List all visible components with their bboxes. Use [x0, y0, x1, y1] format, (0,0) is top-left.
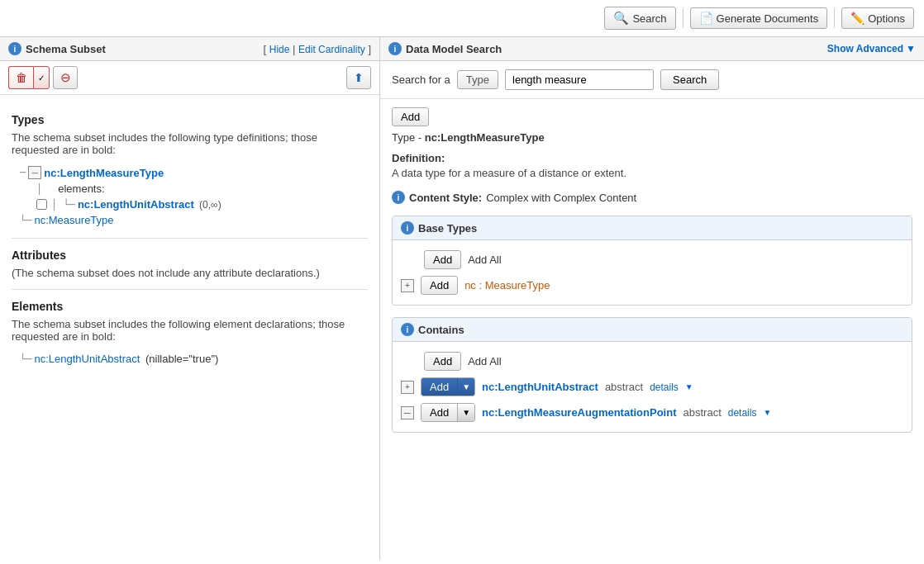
generate-label: Generate Documents: [717, 12, 819, 25]
contains-expand-1[interactable]: +: [401, 381, 414, 394]
definition-section: Definition: A data type for a measure of…: [392, 152, 912, 179]
left-panel-content: Types The schema subset includes the fol…: [0, 95, 379, 377]
content-style-row: i Content Style: Complex with Complex Co…: [392, 191, 912, 204]
search-toolbar-button[interactable]: 🔍 Search: [604, 7, 675, 30]
types-section-desc: The schema subset includes the following…: [12, 131, 368, 156]
tree-link-element-lengthunitabstract[interactable]: nc:LengthUnitAbstract: [34, 353, 140, 365]
search-execute-button[interactable]: Search: [660, 69, 719, 90]
search-for-label: Search for a: [392, 73, 450, 86]
tree-item-lengthmeasuretype: ─ ─ nc:LengthMeasureType: [20, 164, 368, 181]
base-types-expand-icon[interactable]: +: [401, 279, 414, 292]
remove-circle-icon: ⊖: [60, 70, 71, 85]
options-button[interactable]: ✏️ Options: [841, 7, 914, 29]
right-panel-header: i Data Model Search Show Advanced ▼: [380, 37, 924, 61]
base-types-add-btn[interactable]: Add: [424, 250, 461, 269]
result-type-label: Type - nc:LengthMeasureType: [392, 131, 912, 144]
search-bar: Search for a Type Search: [380, 61, 924, 99]
tree-connector-3: │ └─: [51, 199, 75, 211]
elements-section-desc: The schema subset includes the following…: [12, 318, 368, 343]
contains-box: i Contains Add Add All + Add: [392, 317, 912, 433]
generate-icon: 📄: [699, 12, 713, 25]
tree-connector-1: ─: [20, 167, 26, 178]
remove-check-button[interactable]: ✓: [33, 66, 50, 89]
schema-subset-label: Schema Subset: [26, 43, 106, 55]
contains-augmentation-link[interactable]: nc:LengthMeasureAugmentationPoint: [482, 406, 676, 419]
search-input[interactable]: [505, 69, 654, 90]
base-types-title: Base Types: [418, 222, 477, 235]
tree-link-lengthunitabstract[interactable]: nc:LengthUnitAbstract: [78, 198, 194, 211]
contains-add-all-btn[interactable]: Add: [424, 352, 461, 371]
contains-lengthunitabstract-link[interactable]: nc:LengthUnitAbstract: [482, 381, 598, 393]
definition-title: Definition:: [392, 152, 912, 164]
tree-expand-1[interactable]: ─: [28, 166, 41, 179]
type-prefix: Type -: [392, 131, 425, 144]
base-types-header: i Base Types: [393, 216, 912, 240]
tree-item-lengthunitabstract: │ └─ nc:LengthUnitAbstract (0,∞): [36, 197, 368, 212]
search-type-button[interactable]: Type: [457, 70, 498, 89]
right-panel: i Data Model Search Show Advanced ▼ Sear…: [380, 37, 924, 560]
contains-add-all-row: Add Add All: [401, 348, 903, 374]
search-toolbar-label: Search: [632, 12, 666, 25]
main-layout: i Schema Subset [ Hide | Edit Cardinalit…: [0, 37, 924, 560]
data-model-info-icon: i: [388, 42, 402, 55]
tree-checkbox-lengthunitabstract[interactable]: [36, 199, 47, 210]
contains-content: Add Add All + Add ▼ nc:LengthUnitAbstrac…: [393, 342, 912, 432]
attributes-section-title: Attributes: [12, 249, 368, 262]
remove-icon: 🗑: [16, 71, 27, 84]
data-model-search-title: i Data Model Search: [388, 42, 502, 55]
base-types-measuretype-link[interactable]: nc : MeasureType: [464, 279, 550, 291]
contains-info-icon: i: [401, 323, 414, 336]
add-result-button[interactable]: Add: [392, 107, 429, 126]
contains-add-arrow-2[interactable]: ▼: [457, 404, 474, 421]
base-types-content: Add Add All + Add nc : MeasureType: [393, 240, 912, 305]
elements-tree: └─ nc:LengthUnitAbstract (nillable="true…: [20, 351, 368, 367]
type-name: nc:LengthMeasureType: [425, 131, 545, 144]
contains-title: Contains: [418, 324, 464, 336]
base-types-box: i Base Types Add Add All + Add nc : Meas…: [392, 216, 912, 306]
toolbar-divider-1: [683, 8, 683, 28]
types-section-title: Types: [12, 113, 368, 126]
contains-details-link-2[interactable]: details: [728, 407, 757, 419]
contains-add-arrow-active[interactable]: ▼: [457, 378, 474, 396]
check-icon: ✓: [38, 73, 45, 83]
edit-cardinality-link[interactable]: Edit Cardinality: [298, 44, 365, 55]
contains-add-main-active[interactable]: Add: [422, 378, 457, 396]
elements-label: elements:: [58, 182, 104, 195]
base-types-row-add-btn[interactable]: Add: [421, 276, 458, 295]
base-types-measuretype-row: + Add nc : MeasureType: [401, 273, 903, 298]
content-style-label: Content Style:: [409, 192, 482, 204]
tree-link-measuretype[interactable]: nc:MeasureType: [34, 214, 113, 226]
contains-dropdown-1: ▼: [685, 382, 693, 391]
attributes-section-desc: (The schema subset does not include any …: [12, 267, 368, 279]
remove-button[interactable]: 🗑: [8, 66, 33, 89]
tree-link-lengthmeasuretype[interactable]: nc:LengthMeasureType: [44, 167, 164, 179]
hide-link[interactable]: Hide: [269, 44, 290, 55]
definition-text: A data type for a measure of a distance …: [392, 167, 912, 179]
toolbar-divider-2: [834, 8, 835, 28]
show-advanced-button[interactable]: Show Advanced ▼: [827, 43, 916, 55]
contains-dropdown-2: ▼: [763, 408, 771, 417]
main-toolbar: 🔍 Search 📄 Generate Documents ✏️ Options: [0, 0, 924, 37]
contains-add-all-label: Add All: [468, 355, 501, 367]
import-button[interactable]: ⬆: [346, 66, 371, 89]
contains-details-link-1[interactable]: details: [650, 382, 679, 393]
contains-expand-2[interactable]: ─: [401, 406, 414, 419]
base-types-info-icon: i: [401, 221, 414, 235]
contains-add-main-2[interactable]: Add: [422, 404, 457, 421]
types-tree: ─ ─ nc:LengthMeasureType │ elements: │ └…: [20, 164, 368, 228]
left-toolbar: 🗑 ✓ ⊖ ⬆: [0, 61, 379, 95]
left-toolbar-buttons: 🗑 ✓ ⊖: [8, 66, 78, 89]
tree-connector-2: │: [36, 183, 42, 195]
contains-row-lengthunitabstract: + Add ▼ nc:LengthUnitAbstract abstract d…: [401, 374, 903, 400]
remove-red-button[interactable]: ⊖: [53, 66, 78, 89]
tree-elements-label: │ elements:: [36, 181, 368, 197]
contains-abstract-2: abstract: [683, 406, 722, 419]
contains-add-split-active: Add ▼: [421, 377, 475, 396]
options-icon: ✏️: [850, 12, 864, 25]
generate-documents-button[interactable]: 📄 Generate Documents: [690, 7, 828, 29]
tree-item-measuretype: └─ nc:MeasureType: [20, 212, 368, 228]
schema-subset-title: i Schema Subset: [8, 42, 106, 55]
right-content: Add Type - nc:LengthMeasureType Definiti…: [380, 99, 924, 453]
data-model-search-label: Data Model Search: [406, 43, 502, 55]
import-icon: ⬆: [354, 71, 364, 84]
